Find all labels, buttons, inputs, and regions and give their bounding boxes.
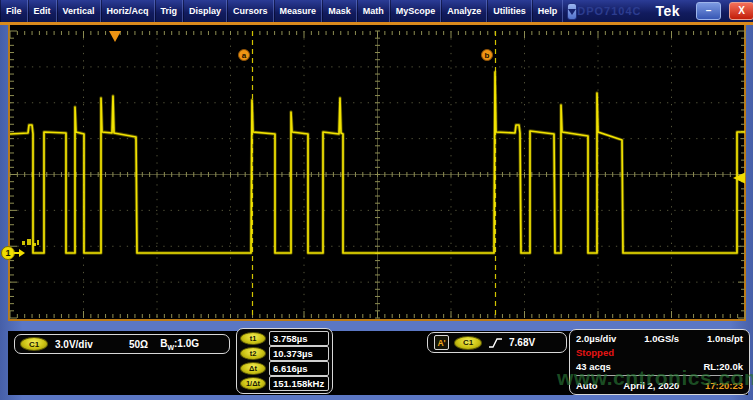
menu-bar: FileEditVerticalHoriz/AcqTrigDisplayCurs… xyxy=(0,0,753,22)
cursor-label-badge[interactable]: t1 xyxy=(240,332,266,345)
cursor-readout: t13.758µst210.373µsΔt6.616µs1/Δt151.158k… xyxy=(236,328,333,394)
minimize-button[interactable]: – xyxy=(696,2,721,20)
menu-item-analyze[interactable]: Analyze xyxy=(441,0,487,22)
channel-scale: 3.0V/div xyxy=(55,339,93,350)
cursor-row-1: t13.758µs xyxy=(240,331,329,345)
menu-item-display[interactable]: Display xyxy=(183,0,227,22)
menu-item-horiz-acq[interactable]: Horiz/Acq xyxy=(101,0,155,22)
trigger-channel-badge: C1 xyxy=(454,336,482,350)
channel1-arrow-head xyxy=(19,249,25,257)
titlebar: DPO7104C Tek – X xyxy=(577,0,753,22)
menu-item-file[interactable]: File xyxy=(0,0,28,22)
rising-edge-icon xyxy=(488,336,503,350)
cursor-row-4: 1/Δt151.158kHz xyxy=(240,377,329,391)
trigger-position-marker[interactable] xyxy=(109,31,121,42)
brand-logo: Tek xyxy=(655,3,680,19)
menu-item-myscope[interactable]: MyScope xyxy=(390,0,442,22)
menu-item-measure[interactable]: Measure xyxy=(274,0,323,22)
state-row: Stopped xyxy=(576,347,743,358)
trigger-level: 7.68V xyxy=(509,337,535,348)
channel-bandwidth: BW:1.0G xyxy=(160,338,199,351)
cursor-label-badge[interactable]: t2 xyxy=(240,347,266,360)
trigger-readout[interactable]: A' C1 7.68V xyxy=(427,332,567,353)
timebase-row: 2.0µs/div 1.0GS/s 1.0ns/pt xyxy=(576,333,743,344)
cursor-label-badge[interactable]: 1/Δt xyxy=(240,377,266,390)
channel-impedance: 50Ω xyxy=(129,339,148,350)
chevron-down-icon xyxy=(568,9,576,15)
menu-item-help[interactable]: Help xyxy=(532,0,564,22)
menu-item-cursors[interactable]: Cursors xyxy=(227,0,274,22)
menu-item-vertical[interactable]: Vertical xyxy=(57,0,101,22)
channel-badge[interactable]: C1 xyxy=(20,337,48,351)
cursor-value: 6.616µs xyxy=(269,361,329,376)
trace-artifact xyxy=(37,240,39,245)
channel-readout[interactable]: C1 3.0V/div 50Ω BW:1.0G xyxy=(14,334,230,354)
menu-item-mask[interactable]: Mask xyxy=(322,0,357,22)
trace-artifact xyxy=(22,241,25,245)
resolution: 1.0ns/pt xyxy=(707,333,743,344)
menu-item-math[interactable]: Math xyxy=(357,0,390,22)
menu-dropdown-button[interactable] xyxy=(567,3,577,20)
cursor-value: 151.158kHz xyxy=(269,376,329,391)
close-button[interactable]: X xyxy=(729,2,753,20)
sample-rate: 1.0GS/s xyxy=(644,333,679,344)
trigger-source-badge: A' xyxy=(434,335,449,350)
menu-item-trig[interactable]: Trig xyxy=(155,0,184,22)
cursor-row-3: Δt6.616µs xyxy=(240,362,329,376)
menu-item-edit[interactable]: Edit xyxy=(28,0,57,22)
cursor-label-badge[interactable]: Δt xyxy=(240,362,266,375)
channel1-marker-label: 1 xyxy=(5,248,10,258)
trace-artifact xyxy=(27,239,31,245)
acquisition-state: Stopped xyxy=(576,347,614,358)
oscilloscope-window: FileEditVerticalHoriz/AcqTrigDisplayCurs… xyxy=(0,0,753,400)
cursor-value: 10.373µs xyxy=(269,346,329,361)
trace-artifact xyxy=(33,243,36,246)
timebase: 2.0µs/div xyxy=(576,333,616,344)
waveform-display[interactable]: ab1 xyxy=(0,25,753,321)
cursor-row-2: t210.373µs xyxy=(240,346,329,360)
cursor-label-text-a: a xyxy=(242,51,247,60)
cursor-value: 3.758µs xyxy=(269,331,329,346)
model-label: DPO7104C xyxy=(577,5,641,17)
menu-items: FileEditVerticalHoriz/AcqTrigDisplayCurs… xyxy=(0,0,563,22)
menu-item-utilities[interactable]: Utilities xyxy=(487,0,532,22)
cursor-label-text-b: b xyxy=(485,51,490,60)
watermark: www.cntronics.com xyxy=(557,366,753,390)
